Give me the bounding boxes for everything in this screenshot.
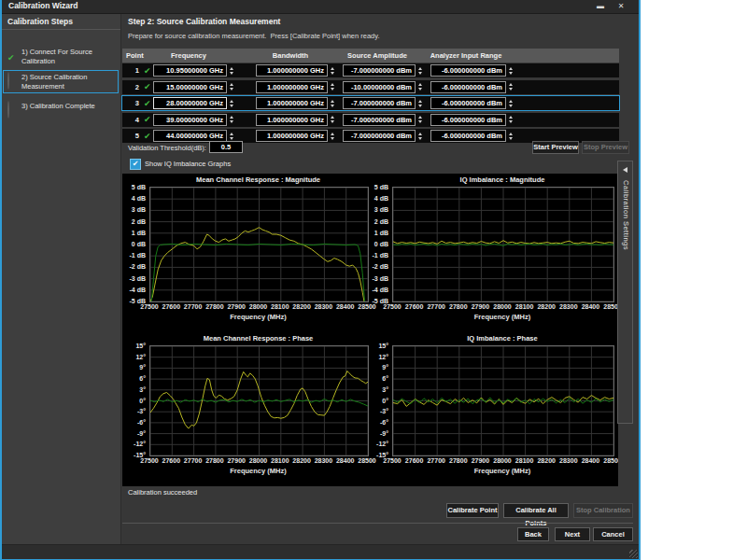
spinner-up-icon[interactable] <box>331 83 334 86</box>
bandwidth-stepper[interactable] <box>328 81 336 93</box>
spinner-up-icon[interactable] <box>230 100 233 103</box>
spinner-up-icon[interactable] <box>230 67 233 70</box>
calibrate-all-points-button[interactable]: Calibrate All Points <box>503 503 569 518</box>
table-row[interactable]: 4✔39.00000000 GHz1.000000000 GHz-7.00000… <box>122 113 619 127</box>
bandwidth-field[interactable]: 1.000000000 GHz <box>256 97 328 109</box>
bandwidth-field[interactable]: 1.000000000 GHz <box>256 81 328 93</box>
source-amplitude-field[interactable]: -10.00000000 dBm <box>343 81 416 93</box>
analyzer-input-range-stepper[interactable] <box>506 130 514 142</box>
spinner-down-icon[interactable] <box>418 72 422 75</box>
spinner-up-icon[interactable] <box>230 116 233 119</box>
spinner-down-icon[interactable] <box>331 105 334 107</box>
analyzer-input-range-stepper[interactable] <box>506 114 514 126</box>
bandwidth-stepper[interactable] <box>328 97 336 109</box>
analyzer-input-range-stepper[interactable] <box>506 81 514 93</box>
spinner-up-icon[interactable] <box>331 133 334 135</box>
frequency-field[interactable]: 39.00000000 GHz <box>153 114 227 126</box>
spinner-down-icon[interactable] <box>331 137 334 140</box>
spinner-up-icon[interactable] <box>230 133 233 135</box>
spinner-up-icon[interactable] <box>509 116 513 119</box>
frequency-stepper[interactable] <box>227 81 235 93</box>
bandwidth-stepper[interactable] <box>328 64 336 77</box>
spinner-up-icon[interactable] <box>509 133 513 135</box>
next-button[interactable]: Next <box>555 527 590 541</box>
spinner-up-icon[interactable] <box>331 116 334 119</box>
source-amplitude-field[interactable]: -7.000000000 dBm <box>343 130 416 142</box>
source-amplitude-stepper[interactable] <box>416 130 424 142</box>
spinner-down-icon[interactable] <box>418 137 422 140</box>
frequency-stepper[interactable] <box>227 97 235 109</box>
spinner-down-icon[interactable] <box>331 120 334 123</box>
spinner-up-icon[interactable] <box>509 67 513 70</box>
sidebar-step[interactable]: 3) Calibration Complete <box>3 99 119 114</box>
spinner-down-icon[interactable] <box>230 88 233 91</box>
bandwidth-stepper[interactable] <box>328 130 336 142</box>
source-amplitude-stepper[interactable] <box>416 64 424 77</box>
spinner-down-icon[interactable] <box>418 88 422 91</box>
resize-grip[interactable] <box>629 550 638 558</box>
minimize-button[interactable]: ▬ <box>594 1 607 11</box>
spinner-up-icon[interactable] <box>418 100 422 103</box>
spinner-down-icon[interactable] <box>331 88 334 91</box>
calibration-settings-tab[interactable]: Calibration Settings <box>617 161 633 424</box>
analyzer-input-range-field[interactable]: -6.000000000 dBm <box>430 64 506 77</box>
analyzer-input-range-field[interactable]: -6.000000000 dBm <box>430 114 506 126</box>
spinner-down-icon[interactable] <box>509 105 513 107</box>
source-amplitude-field[interactable]: -7.000000000 dBm <box>343 114 416 126</box>
frequency-field[interactable]: 10.95000000 GHz <box>153 64 227 77</box>
spinner-up-icon[interactable] <box>418 67 422 70</box>
source-amplitude-field[interactable]: -7.000000000 dBm <box>343 64 416 77</box>
cancel-button[interactable]: Cancel <box>593 527 633 541</box>
analyzer-input-range-stepper[interactable] <box>506 64 514 77</box>
bandwidth-stepper[interactable] <box>328 114 336 126</box>
sidebar-step[interactable]: ✔1) Connect For Source Calibration <box>3 45 119 68</box>
source-amplitude-field[interactable]: -7.000000000 dBm <box>343 97 416 109</box>
analyzer-input-range-field[interactable]: -6.000000000 dBm <box>430 97 506 109</box>
spinner-down-icon[interactable] <box>418 120 422 123</box>
analyzer-input-range-stepper[interactable] <box>506 97 514 109</box>
spinner-down-icon[interactable] <box>509 72 513 75</box>
table-row[interactable]: 3✔28.00000000 GHz1.000000000 GHz-7.00000… <box>122 96 619 110</box>
spinner-down-icon[interactable] <box>331 72 334 75</box>
source-amplitude-stepper[interactable] <box>416 81 424 93</box>
frequency-stepper[interactable] <box>227 114 235 126</box>
spinner-down-icon[interactable] <box>509 137 513 140</box>
show-iq-imbalance-checkbox[interactable]: ✔ <box>130 159 141 170</box>
frequency-field[interactable]: 15.00000000 GHz <box>153 81 227 93</box>
spinner-down-icon[interactable] <box>509 120 513 123</box>
analyzer-input-range-field[interactable]: -6.000000000 dBm <box>430 81 506 93</box>
bandwidth-field[interactable]: 1.000000000 GHz <box>256 114 328 126</box>
table-row[interactable]: 1✔10.95000000 GHz1.000000000 GHz-7.00000… <box>122 63 619 77</box>
sidebar-step[interactable]: 2) Source Calibration Measurement <box>3 70 119 93</box>
spinner-up-icon[interactable] <box>418 83 422 86</box>
bandwidth-field[interactable]: 1.000000000 GHz <box>256 130 328 142</box>
close-button[interactable]: ✕ <box>614 1 627 11</box>
frequency-field[interactable]: 28.00000000 GHz <box>153 97 227 109</box>
frequency-stepper[interactable] <box>227 64 235 77</box>
back-button[interactable]: Back <box>517 527 549 541</box>
spinner-up-icon[interactable] <box>418 133 422 135</box>
start-preview-button[interactable]: Start Preview <box>532 141 579 154</box>
spinner-up-icon[interactable] <box>509 100 513 103</box>
spinner-up-icon[interactable] <box>418 116 422 119</box>
spinner-down-icon[interactable] <box>230 120 233 123</box>
spinner-up-icon[interactable] <box>509 83 513 86</box>
bandwidth-field[interactable]: 1.000000000 GHz <box>256 64 328 77</box>
source-amplitude-stepper[interactable] <box>416 114 424 126</box>
spinner-down-icon[interactable] <box>230 137 233 140</box>
validation-threshold-input[interactable]: 0.5 <box>209 141 243 153</box>
source-amplitude-stepper[interactable] <box>416 97 424 109</box>
analyzer-input-range-field[interactable]: -6.000000000 dBm <box>430 130 506 142</box>
spinner-down-icon[interactable] <box>509 88 513 91</box>
spinner-up-icon[interactable] <box>230 83 233 86</box>
calibrate-point-button[interactable]: Calibrate Point <box>446 503 499 518</box>
spinner-up-icon[interactable] <box>331 100 334 103</box>
spinner-up-icon[interactable] <box>331 67 334 70</box>
spinner-down-icon[interactable] <box>230 105 233 107</box>
stop-preview-button[interactable]: Stop Preview <box>582 141 629 154</box>
spinner-down-icon[interactable] <box>230 72 233 75</box>
y-tick-label: 4 dB <box>374 195 388 202</box>
stop-calibration-button[interactable]: Stop Calibration <box>573 503 633 518</box>
table-row[interactable]: 2✔15.00000000 GHz1.000000000 GHz-10.0000… <box>122 80 619 94</box>
spinner-down-icon[interactable] <box>418 105 422 107</box>
